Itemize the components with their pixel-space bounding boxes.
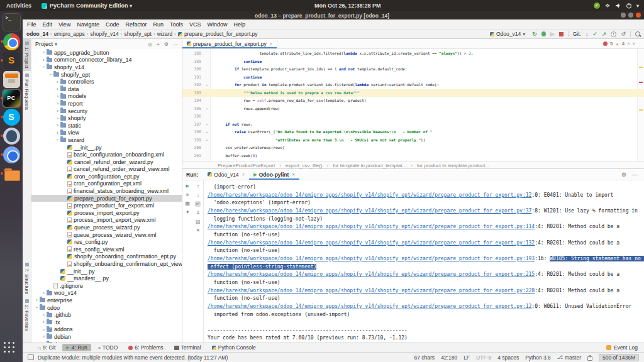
git-history-button[interactable]: [611, 31, 616, 37]
tree-item[interactable]: ›static: [31, 122, 182, 129]
chrome-icon[interactable]: [3, 33, 20, 50]
activities-button[interactable]: Activities: [0, 3, 38, 9]
terminal-icon[interactable]: >_: [3, 13, 21, 31]
tree-item[interactable]: ›shopify_ept: [31, 71, 182, 79]
tree-item[interactable]: prepare_product_for_export.xml: [31, 202, 182, 209]
console-output[interactable]: (import-error)/home/hareshm/workspace/od…: [204, 180, 644, 343]
file-link[interactable]: /home/hareshm/workspace/odoo_14/emipro_a…: [208, 256, 535, 261]
gear-icon[interactable]: ⚙: [164, 41, 169, 47]
tree-item[interactable]: ›report: [31, 100, 182, 107]
tree-item[interactable]: __init__.py: [31, 268, 182, 275]
tree-item[interactable]: ›wizard: [31, 136, 182, 144]
close-tab-icon[interactable]: ×: [242, 172, 245, 177]
tree-item[interactable]: .gitignore: [31, 282, 182, 290]
run-config-selector[interactable]: Odoo_v14 ▾: [487, 30, 528, 38]
tree-item[interactable]: ›data: [31, 85, 182, 93]
debug-button[interactable]: [541, 31, 546, 36]
chevron-down-icon[interactable]: ▾: [55, 41, 57, 47]
tree-item[interactable]: queue_process_wizard_view.xml: [31, 231, 182, 239]
menu-edit[interactable]: Edit: [40, 21, 56, 28]
tree-item[interactable]: ›security: [31, 107, 182, 115]
app-menu-button[interactable]: PyCharm Community Edition ▾: [50, 3, 132, 9]
menu-vcs[interactable]: VCS: [186, 21, 204, 28]
git-push-button[interactable]: ↗: [602, 31, 607, 37]
tree-item[interactable]: ›addons: [31, 326, 182, 334]
status-item-master[interactable]: master: [565, 354, 581, 361]
file-link[interactable]: /home/hareshm/workspace/odoo_14/emipro_a…: [208, 240, 535, 246]
event-log-button[interactable]: Event Log: [606, 344, 644, 351]
tree-item[interactable]: ›common_connector_library_14: [31, 57, 182, 64]
pin-tab-button[interactable]: ✶: [186, 209, 190, 215]
project-panel-title[interactable]: Project: [35, 41, 53, 47]
stop-button[interactable]: [559, 32, 564, 36]
locate-file-icon[interactable]: ◎: [148, 41, 152, 47]
tree-item[interactable]: ›apps_upgrade_button: [31, 49, 182, 57]
search-everywhere-button[interactable]: [635, 31, 640, 36]
tool-button--run[interactable]: ▶4: Run: [62, 344, 91, 351]
coverage-button[interactable]: ▶: [550, 31, 555, 37]
tool-button-todo[interactable]: ≡TODO: [94, 344, 122, 351]
rerun-button[interactable]: ↻: [532, 31, 537, 37]
tree-item[interactable]: process_import_export.py: [31, 209, 182, 217]
tree-item[interactable]: ›.github: [31, 311, 182, 319]
tree-item[interactable]: ›view: [31, 129, 182, 137]
menu-refactor[interactable]: Refactor: [122, 21, 150, 28]
file-link[interactable]: /home/hareshm/workspace/odoo_14/emipro_a…: [208, 288, 535, 293]
run-tab-odoo-pylint[interactable]: ▶Odoo-pylint×: [249, 169, 299, 180]
breadcrumb-item[interactable]: wizard: [157, 31, 173, 37]
editor-tab[interactable]: prepare_product_for_export.py ×: [182, 39, 277, 48]
tree-item[interactable]: __init__.py: [31, 144, 182, 151]
tree-item[interactable]: ›models: [31, 93, 182, 101]
editor-breadcrumb-item[interactable]: export_csv_file(): [286, 163, 323, 168]
tool-button-terminal[interactable]: Terminal: [170, 344, 205, 351]
close-button[interactable]: [636, 13, 641, 18]
minimize-button[interactable]: [621, 13, 626, 18]
fold-marker-icon[interactable]: ›: [203, 129, 211, 135]
run-settings-gear-icon[interactable]: ⚙: [621, 172, 626, 178]
stripe-tab--structure[interactable]: 7: Structure: [23, 260, 31, 297]
skype-icon[interactable]: S: [3, 109, 20, 126]
next-error-icon[interactable]: ˅: [633, 41, 635, 47]
soft-wrap-button[interactable]: ↵: [195, 201, 201, 207]
run-tab-odoo_v14[interactable]: Odoo_v14×: [203, 169, 249, 180]
tree-item[interactable]: ›woo_v14: [31, 290, 182, 297]
chromium-icon[interactable]: [3, 146, 20, 163]
status-item-4-spaces[interactable]: 4 spaces: [497, 354, 519, 361]
file-link[interactable]: /home/hareshm/workspace/odoo_14/emipro_a…: [208, 208, 531, 214]
collapse-all-icon[interactable]: ≡: [157, 41, 160, 47]
files-icon[interactable]: [3, 165, 20, 182]
maximize-button[interactable]: [628, 13, 633, 18]
tree-item[interactable]: cancel_refund_order_wizard_view.xml: [31, 166, 182, 173]
clear-console-button[interactable]: ✕: [196, 228, 200, 233]
breadcrumb-item[interactable]: shopify_v14: [90, 31, 118, 37]
editor-breadcrumb-item[interactable]: PrepareProductForExport: [218, 163, 275, 168]
power-icon[interactable]: [626, 3, 632, 9]
breadcrumb-item[interactable]: emipro_apps: [54, 31, 85, 37]
editor-breadcrumb-item[interactable]: for template in product_templat...: [333, 163, 406, 168]
next-message-button[interactable]: ↓: [197, 192, 199, 198]
status-item-lf[interactable]: LF: [464, 354, 470, 361]
stripe-tab--project[interactable]: 1: Project: [23, 39, 31, 71]
menu-tools[interactable]: Tools: [167, 21, 186, 28]
prev-error-icon[interactable]: ˄: [627, 41, 630, 47]
tree-item[interactable]: process_import_export_view.xml: [31, 217, 182, 224]
tree-item[interactable]: shopify_onboarding_confirmation_ept_view…: [31, 260, 182, 268]
tool-button--git[interactable]: ↑↓9: Git: [34, 344, 59, 351]
breadcrumb-item[interactable]: odoo_14: [26, 31, 48, 37]
tree-item[interactable]: prepare_product_for_export.py: [31, 195, 182, 202]
tray-caret-down-icon[interactable]: ▾: [636, 3, 639, 9]
fold-marker-icon[interactable]: ‹: [203, 137, 211, 143]
editor-breadcrumb-item[interactable]: for product in template.product...: [417, 163, 489, 168]
hide-run-panel-icon[interactable]: —: [632, 172, 638, 178]
git-commit-button[interactable]: ✓: [592, 31, 597, 37]
inspection-widget[interactable]: 5 ▲ 4 ˄ ˅: [603, 41, 644, 47]
scroll-to-end-button[interactable]: ⇓: [196, 210, 200, 216]
show-applications-button[interactable]: [3, 341, 19, 358]
tree-item[interactable]: queue_process_wizard.py: [31, 224, 182, 231]
update-check-icon[interactable]: ✓: [594, 3, 600, 9]
status-item-python-3-6[interactable]: Python 3.6: [525, 354, 551, 361]
menu-code[interactable]: Code: [103, 21, 123, 28]
menu-window[interactable]: Window: [204, 21, 231, 28]
status-item-500-of-1436m[interactable]: 500 of 1436M: [599, 354, 639, 361]
git-update-button[interactable]: ↓: [586, 31, 589, 37]
